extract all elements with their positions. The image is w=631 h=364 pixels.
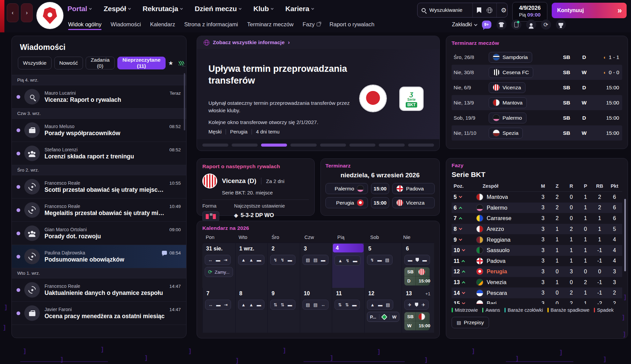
search-input[interactable] <box>429 7 468 13</box>
fixture-row[interactable]: Nie, 30/8Cesena FCSBW◐0 - 0 <box>452 65 622 80</box>
day-activity-chip[interactable]: ⇅⇅▬ <box>270 300 295 310</box>
fixture-row[interactable]: Nie, 11/10SpeziaSBW15:00 <box>452 125 622 141</box>
day-activity-chip[interactable]: ▤▤↔ <box>303 300 329 310</box>
subnav-item-wiadomości[interactable]: Wiadomości <box>111 21 141 28</box>
carousel-dot-8[interactable] <box>408 144 434 147</box>
standings-row-reggiana[interactable]: 9Reggiana311114 <box>452 234 622 245</box>
calendar-day-7[interactable]: 7↔▬⇥ <box>202 288 235 333</box>
nav-item-kariera[interactable]: Kariera <box>285 5 314 13</box>
search-box[interactable]: ⚙ <box>417 3 508 18</box>
notifications-button[interactable]: 9+ <box>482 20 492 30</box>
calendar-day-10[interactable]: 10▤▤↔ <box>300 288 332 333</box>
fixture-row[interactable]: Sob, 19/9PalermoSBD15:00 <box>452 110 622 125</box>
calendar-day-4[interactable]: 4▲↯▬ <box>332 243 364 288</box>
all-news-link[interactable]: Zobacz wszystkie informacje › <box>197 36 439 49</box>
bookmark-icon[interactable] <box>477 7 481 13</box>
day-activity-chip[interactable]: ↔▬⇥ <box>205 255 231 265</box>
standings-row-arezzo[interactable]: 8Arezzo312015 <box>452 224 622 235</box>
continue-button[interactable]: Kontynuuj » <box>552 3 627 18</box>
subnav-item-terminarz-meczów[interactable]: Terminarz meczów <box>247 21 294 28</box>
forward-button[interactable]: › <box>21 3 33 22</box>
standings-row-mantova[interactable]: 5Mantova320126 <box>452 192 622 203</box>
standings-row-palermo[interactable]: 6Palermo320126 <box>452 203 622 213</box>
form-widget[interactable] <box>202 211 219 221</box>
nav-item-portal[interactable]: Portal <box>67 5 91 13</box>
subnav-item-widok-ogólny[interactable]: Widok ogólny <box>68 21 102 28</box>
saved-search-icon[interactable]: ★ <box>168 60 173 67</box>
competitions-button[interactable] <box>556 20 566 30</box>
fixture-row[interactable]: Śro, 26/8SampdoriaSBD◐1 - 1 <box>452 50 622 65</box>
home-team-chip[interactable]: Palermo <box>325 183 368 194</box>
quick-note-icon[interactable] <box>179 61 184 65</box>
calendar-day-13[interactable]: 13+1✈✈SBW15:00 <box>402 288 434 333</box>
fixture-opponent-chip[interactable]: Spezia <box>489 128 523 139</box>
carousel-dot-6[interactable] <box>349 144 375 147</box>
carousel-dot-1[interactable] <box>202 144 228 147</box>
scouting-button[interactable] <box>526 20 536 30</box>
fixture-opponent-chip[interactable]: Sampdoria <box>489 52 532 63</box>
bookmarks-dropdown[interactable]: Zakładki <box>452 22 477 28</box>
message-row[interactable]: Francesco RealeMegelaitis przestał obawi… <box>12 199 186 222</box>
carousel-dot-2[interactable] <box>232 144 258 147</box>
day-activity-chip[interactable]: ⇅⇅▬ <box>335 300 360 310</box>
message-row[interactable]: Mauro MelusoPorady współpracowników08:52 <box>12 119 186 142</box>
message-row[interactable]: Gian Marco OrtolaniPorady dot. rozwoju09… <box>12 222 186 245</box>
reports-button[interactable] <box>511 20 521 30</box>
home-team-chip[interactable]: Perugia <box>325 197 368 208</box>
subnav-item-fazy[interactable]: Fazy <box>303 21 320 28</box>
calendar-day-3[interactable]: 3▤▤▬ <box>300 243 332 288</box>
standings-row-carrarese[interactable]: 7Carrarese320116 <box>452 213 622 224</box>
match-chip[interactable]: SBD15:00 <box>404 267 429 285</box>
standings-row-padova[interactable]: 11Padova3111-14 <box>452 256 622 267</box>
day-activity-chip[interactable]: ▲▲▬ <box>238 255 265 265</box>
day-activity-chip[interactable]: ↯↯▬ <box>270 255 295 265</box>
fixture-row[interactable]: Nie, 6/9VicenzaSBD15:00 <box>452 80 622 95</box>
other-match-chip[interactable]: P...W <box>367 312 399 322</box>
day-activity-chip[interactable]: ▬▬ <box>404 255 430 265</box>
squad-button[interactable] <box>496 20 507 30</box>
message-row[interactable]: Mauro LucariniVicenza: Raport o rywalach… <box>12 85 186 109</box>
day-activity-chip[interactable]: ↯▬▤ <box>367 255 393 265</box>
calendar-day-12[interactable]: 12▲▬▤P...W <box>364 288 402 333</box>
calendar-day-6[interactable]: 6▬▬SBD15:00 <box>402 243 434 288</box>
carousel-dot-5[interactable] <box>320 144 346 147</box>
subnav-item-strona-z-informacjami[interactable]: Strona z informacjami <box>184 21 238 28</box>
nav-item-dzień-meczu[interactable]: Dzień meczu <box>195 5 241 13</box>
calendar-day-31[interactable]: 31 sie.↔▬⇥⟳Zamy... <box>202 243 235 288</box>
refresh-button[interactable]: ⟳ <box>541 20 551 30</box>
message-row[interactable]: Francesco RealeScotti przestał obawiać s… <box>12 175 186 199</box>
filter-zadania-0-[interactable]: Zadania (0) <box>86 57 115 69</box>
club-crest-perugia[interactable] <box>36 2 63 29</box>
match-chip[interactable]: SBW15:00 <box>404 312 429 330</box>
back-button[interactable]: ‹ <box>7 3 19 22</box>
fixture-opponent-chip[interactable]: Mantova <box>489 97 527 108</box>
nav-item-zespół[interactable]: Zespół <box>104 5 130 13</box>
message-row[interactable]: Francesco RealeUaktualnienie danych o dy… <box>12 278 186 302</box>
fixture-opponent-chip[interactable]: Cesena FC <box>489 67 533 78</box>
gear-icon[interactable]: ⚙ <box>501 7 507 13</box>
standings-row-pescara[interactable]: 14Pescara3021-12 <box>452 287 622 298</box>
subnav-item-kalendarz[interactable]: Kalendarz <box>150 21 175 28</box>
away-team-chip[interactable]: Vicenza <box>392 197 435 208</box>
day-activity-chip[interactable]: ▲↯▬ <box>335 255 361 266</box>
calendar-day-9[interactable]: 9⇅⇅▬ <box>267 288 300 333</box>
standings-row-venezia[interactable]: 13Venezia3102-13 <box>452 277 622 288</box>
fixture-row[interactable]: Nie, 13/9MantovaSBW15:00 <box>452 95 622 110</box>
day-activity-chip[interactable]: ↔▬⇥ <box>205 300 231 310</box>
transfer-deadline-chip[interactable]: ⟳Zamy... <box>205 267 233 277</box>
calendar-day-2[interactable]: 2↯↯▬ <box>267 243 300 288</box>
calendar-day-11[interactable]: 11⇅⇅▬ <box>332 288 364 333</box>
day-activity-chip[interactable]: ✈✈ <box>404 300 429 310</box>
fixture-opponent-chip[interactable]: Vicenza <box>489 82 525 93</box>
day-activity-chip[interactable]: ▲▬▤ <box>367 300 393 310</box>
inbox-scrollbar[interactable] <box>184 73 185 130</box>
fixture-opponent-chip[interactable]: Palermo <box>489 113 526 123</box>
nav-item-klub[interactable]: Klub <box>253 5 273 13</box>
day-activity-chip[interactable]: ▲▲▬ <box>238 300 265 310</box>
standings-row-perugia[interactable]: 12Perugia303003 <box>452 266 622 277</box>
carousel-dot-3[interactable] <box>261 144 287 147</box>
calendar-day-1[interactable]: 1 wrz.▲▲▬ <box>235 243 268 288</box>
away-team-chip[interactable]: Padova <box>392 183 435 194</box>
standings-row-bari[interactable]: 15Bari3021-22 <box>452 298 622 304</box>
filter-nieprzeczytane-11-[interactable]: Nieprzeczytane (11) <box>117 57 166 69</box>
